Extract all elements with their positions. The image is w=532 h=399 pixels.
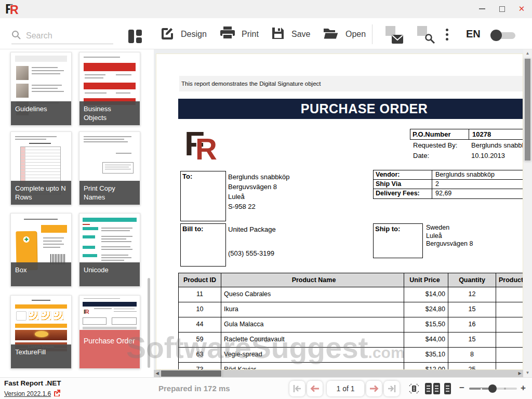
thumb-label: Print Copy Names [79,181,140,205]
ship-to-address: Sweden Luleå Berguvsvägen 8 [426,224,473,248]
maximize-button[interactable] [495,3,509,15]
toggle-knob [490,30,502,41]
last-page-button[interactable] [384,381,400,396]
sidebar-item-texturefill[interactable]: Lorem Ipsum TextureFill [10,295,72,369]
title-bar: FR ✕ [0,0,532,18]
table-row: 59Raclette Courdavault$44,0015 [179,332,523,348]
open-label: Open [345,30,366,39]
status-bar: Fast Report .NET Version 2022.1.6 Prepar… [0,377,532,399]
search-box [11,28,113,44]
bill-to-phone: (503) 555-3199 [228,248,274,258]
open-button[interactable]: Open [323,25,366,43]
find-icon[interactable] [417,26,435,44]
design-button[interactable]: Design [160,25,207,43]
sidebar-item-print-copy-names[interactable]: Print Copy Names [79,131,140,205]
design-icon [160,26,174,43]
po-number-value: 10278 [469,129,523,139]
report-preview: This report demonstrates the Digital Sig… [154,49,532,377]
print-label: Print [242,30,259,39]
print-button[interactable]: Print [220,25,259,43]
save-icon [271,26,285,42]
first-page-button[interactable] [289,381,305,396]
table-row: 63Vegie-spread$35,108 [179,348,523,363]
thumb-label: Complete upto N Rows [11,181,71,205]
sidebar-item-unicode[interactable]: Unicode [79,213,140,287]
thumb-label: Purchase Order [84,337,135,345]
table-row: 73Röd Kaviar$12,0025 [179,363,523,370]
toolbar-divider [372,24,373,44]
close-button[interactable]: ✕ [514,3,529,15]
vertical-scrollbar[interactable]: ▲ ▼ [523,49,532,377]
open-folder-icon [323,27,339,42]
product-table: Product ID Product Name Unit Price Quant… [178,273,523,370]
app-name: Fast Report .NET [4,379,61,387]
thumb-label: Unicode [79,262,140,286]
zoom-slider-knob[interactable] [488,384,497,393]
language-label[interactable]: EN [466,28,481,40]
vertical-scroll-thumb[interactable] [524,58,531,161]
sidebar-item-complete-upto-n-rows[interactable]: Complete upto N Rows [10,131,72,205]
save-button[interactable]: Save [271,25,310,43]
selected-overlay: Purchase Order [79,330,140,368]
zoom-out-button[interactable]: − [459,383,464,393]
table-row: 10Ikura$24,8015 [179,302,523,317]
sidebar-item-purchase-order[interactable]: FR Purchase Order [79,295,140,369]
po-number-label: P.O.Number [410,130,469,138]
template-sidebar: Guidelines Business Objects Complete upt… [0,49,154,377]
date-label: Date: [410,152,468,159]
zoom-in-button[interactable]: + [521,383,526,393]
report-logo-icon: FR [184,125,231,166]
toolbar: Design Print Save Open [0,18,532,49]
next-page-button[interactable] [366,381,382,396]
report-title: PURCHASE ORDER [178,99,523,119]
table-row: 44Gula Malacca$15,5016 [179,317,523,332]
more-options-icon[interactable] [446,29,449,43]
print-icon [220,26,235,42]
horizontal-scrollbar[interactable]: ◀ ▶ [154,370,523,377]
search-icon [11,30,21,42]
external-link-icon [54,389,61,398]
page-indicator[interactable]: 1 of 1 [327,381,364,396]
two-page-view-icon[interactable] [425,382,441,397]
sidebar-item-business-objects[interactable]: Business Objects [79,52,140,126]
date-value: 10.10.2013 [468,152,523,159]
design-label: Design [181,30,207,39]
save-label: Save [291,30,310,39]
scroll-right-icon[interactable]: ▶ [516,370,523,377]
product-table-header: Product ID Product Name Unit Price Quant… [179,273,523,287]
minimize-button[interactable] [475,3,489,15]
single-page-view-icon[interactable] [444,382,451,397]
requested-by-value: Berglunds snabbköp [468,141,523,149]
app-window: FR ✕ Design Print [0,0,532,399]
ship-to-box: Ship to: [373,223,423,258]
zoom-slider[interactable] [469,388,517,390]
table-row: 11Queso Cabrales$14,0012 [179,287,523,302]
requested-by-label: Requested By: [410,141,468,149]
fit-page-icon[interactable] [409,383,419,396]
thumb-label: TextureFill [11,344,71,368]
version-link[interactable]: Version 2022.1.6 [4,389,61,398]
thumb-label: Box [11,262,71,286]
previous-page-button[interactable] [307,381,323,396]
sidebar-item-box[interactable]: ✚ Box [10,213,72,287]
email-export-icon[interactable] [385,26,403,44]
prepared-status: Prepared in 172 ms [158,384,230,393]
scroll-left-icon[interactable]: ◀ [154,370,161,377]
po-info-table: P.O.Number 10278 Requested By: Berglunds… [410,129,523,161]
to-box: To: [180,171,226,221]
scroll-down-icon[interactable]: ▼ [523,369,532,377]
scroll-up-icon[interactable]: ▲ [523,49,532,58]
vendor-table: Vendor:Berglunds snabbköp Ship Via2 Deli… [373,170,523,199]
thumb-label: Guidelines [11,101,71,125]
search-input[interactable] [26,31,104,41]
report-page: This report demonstrates the Digital Sig… [156,54,523,370]
theme-toggle[interactable] [490,30,515,41]
to-address: Berglunds snabbköp Berguvsvägen 8 Luleå … [228,172,290,211]
bill-to-name: United Package [228,224,276,234]
fastreport-logo-icon: FR [5,2,23,17]
horizontal-scroll-thumb[interactable] [161,370,222,377]
sidebar-scrollbar[interactable] [148,278,150,368]
sidebar-layout-icon[interactable] [127,26,142,44]
sidebar-item-guidelines[interactable]: Guidelines [10,52,72,126]
thumb-label: Business Objects [79,101,140,125]
